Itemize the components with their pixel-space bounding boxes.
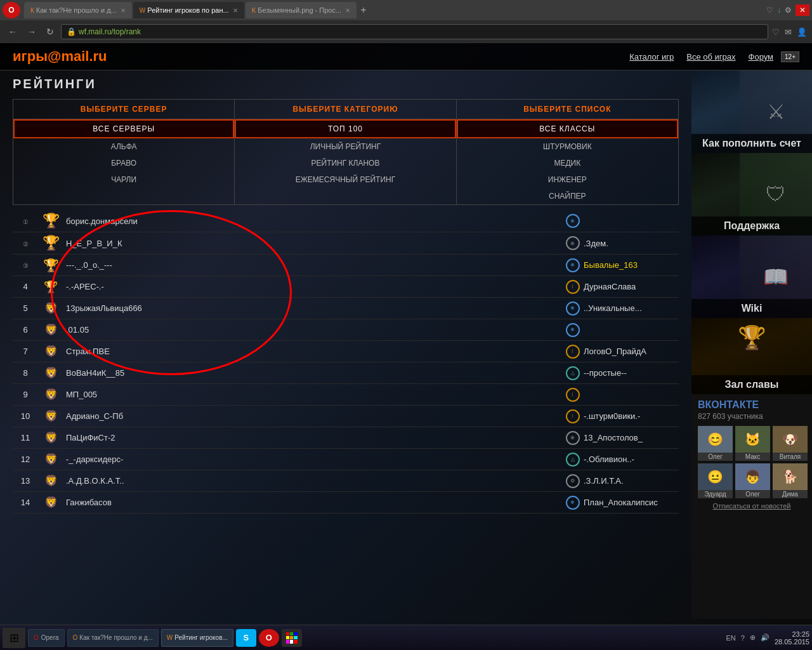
table-row[interactable]: 7 🦁 Страж.ПВЕ ⁞ ЛоговО_ПрайдА bbox=[13, 341, 679, 362]
rank-icon-4: 🏆 bbox=[44, 280, 58, 294]
skype-icon[interactable]: S bbox=[236, 629, 256, 647]
about-link[interactable]: Все об играх bbox=[686, 52, 735, 62]
new-tab-button[interactable]: + bbox=[360, 4, 366, 16]
trophy-gold-icon: 🏆 bbox=[43, 213, 60, 229]
download-icon[interactable]: ↓ bbox=[777, 6, 781, 15]
list-option-4[interactable]: СНАЙПЕР bbox=[457, 188, 678, 204]
category-option-1[interactable]: ЛИЧНЫЙ РЕЙТИНГ bbox=[235, 138, 455, 155]
vk-unsub-link[interactable]: Отписаться от новостей bbox=[698, 502, 806, 510]
volume-icon[interactable]: 🔊 bbox=[761, 633, 769, 642]
vk-avatar-img-3: 🐶 bbox=[773, 426, 808, 453]
browser-chrome: O К Как так?Не прошло и д... ✕ W Рейтинг… bbox=[0, 0, 812, 43]
forum-link[interactable]: Форум bbox=[749, 52, 774, 62]
table-row[interactable]: 8 🦁 ВоВаН4иК__85 △ --простые-- bbox=[13, 362, 679, 384]
server-option-3[interactable]: ЧАРЛИ bbox=[13, 171, 234, 188]
list-option-3[interactable]: ИНЖЕНЕР bbox=[457, 171, 678, 188]
forward-button[interactable]: → bbox=[24, 25, 39, 38]
mail-icon[interactable]: ✉ bbox=[785, 27, 792, 37]
vk-avatar-img-2: 🐱 bbox=[735, 426, 770, 453]
vk-avatar-2[interactable]: 🐱 Макс bbox=[735, 426, 770, 461]
question-icon[interactable]: ? bbox=[741, 634, 745, 642]
address-bar[interactable]: 🔒 wf.mail.ru/top/rank bbox=[61, 24, 768, 39]
table-row[interactable]: ① 🏆 борис.донмарсели ❄ bbox=[13, 210, 679, 232]
vk-avatar-name-1: Олег bbox=[708, 453, 723, 461]
table-row[interactable]: ② 🏆 Н_Е_Р_В_И_К ⊕ .Здем. bbox=[13, 232, 679, 255]
table-row[interactable]: 13 🦁 .А.Д.В.О.К.А.Т.. ⚙ .З.Л.И.Т.А. bbox=[13, 470, 679, 492]
support-banner-text: Поддержка bbox=[691, 216, 812, 235]
vk-avatar-1[interactable]: 😊 Олег bbox=[698, 426, 733, 461]
tab-1[interactable]: К Как так?Не прошло и д... ✕ bbox=[24, 2, 132, 18]
lang-indicator: EN bbox=[726, 634, 736, 642]
rank-icon-14: 🦁 bbox=[44, 496, 58, 509]
category-selected[interactable]: ТОП 100 bbox=[235, 119, 455, 138]
server-selected[interactable]: ВСЕ СЕРВЕРЫ bbox=[13, 119, 234, 138]
table-row[interactable]: 4 🏆 -.-АРЕС-.- ⁞ ДурнаяСлава bbox=[13, 276, 679, 298]
table-row[interactable]: 10 🦁 Адриано_С-Пб ⁞ -.штурм0вики.- bbox=[13, 406, 679, 427]
vk-avatar-name-4: Эдуард bbox=[704, 490, 726, 498]
table-row[interactable]: 9 🦁 МП_005 ⁞ bbox=[13, 384, 679, 406]
list-selected[interactable]: ВСЕ КЛАССЫ bbox=[457, 119, 678, 138]
back-button[interactable]: ← bbox=[5, 25, 20, 38]
list-filter-header: ВЫБЕРИТЕ СПИСОК bbox=[457, 100, 678, 119]
tab-3[interactable]: K Безымянный.png - Прос... ✕ bbox=[246, 2, 357, 18]
table-row[interactable]: 6 🦁 .01.05 ❄ bbox=[13, 319, 679, 341]
user-icon[interactable]: 👤 bbox=[797, 27, 807, 37]
server-option-1[interactable]: АЛЬФА bbox=[13, 138, 234, 155]
header-nav: Каталог игр Все об играх Форум bbox=[629, 52, 773, 62]
category-filter: ВЫБЕРИТЕ КАТЕГОРИЮ ТОП 100 ЛИЧНЫЙ РЕЙТИН… bbox=[235, 100, 456, 204]
vk-avatar-5[interactable]: 👦 Олег bbox=[735, 463, 770, 498]
refresh-button[interactable]: ↻ bbox=[43, 25, 57, 38]
taskbar-btn-opera[interactable]: OOpera bbox=[28, 629, 65, 647]
class-icon: ⊕ bbox=[566, 431, 580, 445]
vk-avatar-6[interactable]: 🐕 Дима bbox=[773, 463, 808, 498]
category-option-2[interactable]: РЕЙТИНГ КЛАНОВ bbox=[235, 155, 455, 171]
heart-icon[interactable]: ♡ bbox=[772, 27, 780, 37]
vk-avatar-name-3: Виталя bbox=[780, 453, 801, 461]
settings-icon[interactable]: ⚙ bbox=[785, 6, 792, 15]
taskbar-btn-1[interactable]: О Как так?Не прошло и д... bbox=[67, 629, 159, 647]
opera-logo[interactable]: O bbox=[3, 2, 20, 18]
rank-icon-5: 🦁 bbox=[44, 302, 58, 315]
tab-2[interactable]: W Рейтинг игроков по ран... ✕ bbox=[133, 2, 244, 18]
replenish-banner[interactable]: ⚔ Как пополнить счет bbox=[691, 70, 812, 153]
hall-banner-text: Зал славы bbox=[691, 375, 812, 394]
tab-3-close[interactable]: ✕ bbox=[345, 7, 350, 14]
site-logo[interactable]: игры@mail.ru bbox=[13, 48, 107, 65]
wiki-banner[interactable]: 📖 Wiki bbox=[691, 235, 812, 318]
table-row[interactable]: 14 🦁 Ганжибасов ❄ План_Апокалипсис bbox=[13, 492, 679, 514]
vk-avatar-4[interactable]: 😐 Эдуард bbox=[698, 463, 733, 498]
trophy-silver-icon: 🏆 bbox=[43, 235, 60, 251]
support-banner[interactable]: 🛡 Поддержка bbox=[691, 153, 812, 235]
table-row[interactable]: 12 🦁 -_-дарксидерс- △ -.Обливион..- bbox=[13, 449, 679, 470]
rubik-icon[interactable] bbox=[282, 629, 302, 647]
start-button[interactable]: ⊞ bbox=[3, 628, 25, 648]
category-option-3[interactable]: ЕЖЕМЕСЯЧНЫЙ РЕЙТИНГ bbox=[235, 171, 455, 188]
class-icon: ⁞ bbox=[566, 345, 580, 359]
hall-banner[interactable]: 🏆 Зал славы bbox=[691, 318, 812, 394]
vk-avatar-name-6: Дима bbox=[782, 490, 798, 498]
rank-icon-6: 🦁 bbox=[44, 323, 58, 336]
server-option-2[interactable]: БРАВО bbox=[13, 155, 234, 171]
class-icon: ❄ bbox=[566, 214, 580, 228]
taskbar-btn-2[interactable]: W Рейтинг игроков... bbox=[161, 629, 233, 647]
age-badge: 12+ bbox=[781, 51, 799, 62]
class-icon: ⁞ bbox=[566, 409, 580, 423]
main-area: игры@mail.ru Каталог игр Все об играх Фо… bbox=[0, 43, 812, 625]
server-filter-header: ВЫБЕРИТЕ СЕРВЕР bbox=[13, 100, 234, 119]
opera-taskbar-icon[interactable]: O bbox=[259, 629, 279, 647]
list-option-2[interactable]: МЕДИК bbox=[457, 155, 678, 171]
vk-avatar-img-1: 😊 bbox=[698, 426, 733, 453]
tab-1-close[interactable]: ✕ bbox=[121, 7, 126, 14]
bookmark-icon[interactable]: ♡ bbox=[766, 6, 773, 15]
list-option-1[interactable]: ШТУРМОВИК bbox=[457, 138, 678, 155]
table-row[interactable]: ③ 🏆 ---._.0_o._--- ❄ Бывалые_163 bbox=[13, 255, 679, 276]
vk-avatar-3[interactable]: 🐶 Виталя bbox=[773, 426, 808, 461]
tab-2-close[interactable]: ✕ bbox=[233, 7, 238, 14]
table-row[interactable]: 11 🦁 ПаЦиФиСт-2 ⊕ 13_Апостолов_ bbox=[13, 427, 679, 449]
close-browser-icon[interactable]: ✕ bbox=[796, 4, 809, 16]
catalog-link[interactable]: Каталог игр bbox=[629, 52, 674, 62]
wiki-banner-text: Wiki bbox=[691, 299, 812, 318]
clock: 23:25 28.05.2015 bbox=[775, 630, 809, 646]
vk-avatar-name-5: Олег bbox=[745, 490, 760, 498]
table-row[interactable]: 5 🦁 13рыжаяЛьвица666 ❄ ..Уникальные... bbox=[13, 298, 679, 319]
